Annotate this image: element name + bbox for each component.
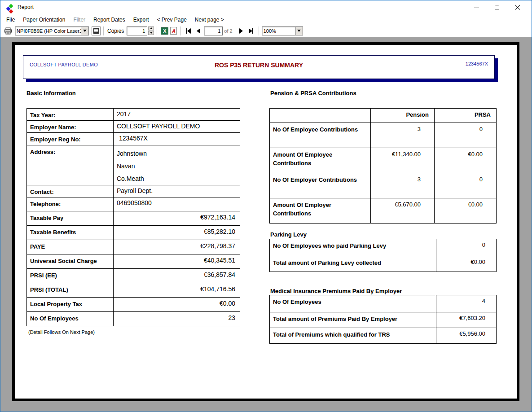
menu-item-next-page[interactable]: Next page >	[191, 17, 228, 23]
prsa-column-header: PRSA	[435, 109, 497, 123]
arrow-down-icon	[150, 32, 153, 34]
printer-properties-icon	[93, 28, 99, 34]
table-row: Local Property Tax€0.00	[27, 298, 240, 312]
table-row: No Of Employees 4	[270, 295, 497, 312]
table-row: PAYE€228,798.37	[27, 240, 240, 254]
pdf-icon-letter: A	[172, 28, 176, 34]
last-page-icon	[252, 28, 253, 34]
pension-prsa-table: Pension PRSA No Of Employee Contribution…	[269, 108, 497, 224]
printer-select-value: NPI0F0B9E (HP Color LaserJet	[15, 28, 81, 34]
table-row: Telephone:0469050800	[27, 197, 240, 211]
table-row: No Of Employee Contributions 3 0	[270, 123, 497, 148]
zoom-select-value: 100%	[262, 28, 295, 34]
medical-insurance-table: No Of Employees 4 Total amount of Premiu…	[269, 295, 497, 344]
medical-insurance-heading: Medical Insurance Premiums Paid By Emplo…	[270, 288, 402, 294]
printer-icon	[4, 27, 12, 35]
report-header-box: COLLSOFT PAYROLL DEMO ROS P35 RETURN SUM…	[23, 55, 495, 79]
copies-input[interactable]: 1	[127, 26, 147, 35]
next-page-button[interactable]	[236, 27, 246, 35]
table-row: Total amount of Parking Levy collected €…	[270, 256, 497, 272]
zoom-select[interactable]: 100%	[262, 26, 303, 35]
table-row: Employer Reg No:1234567X	[27, 133, 240, 145]
address-value: Johnstown Navan Co.Meath	[114, 145, 240, 185]
table-row: PRSI (EE)€36,857.84	[27, 269, 240, 283]
export-pdf-button[interactable]: A	[170, 27, 177, 35]
printer-properties-button[interactable]	[92, 26, 101, 35]
menu-item-paper-orientation[interactable]: Paper Orientation	[19, 17, 69, 23]
copies-up-button[interactable]	[148, 26, 154, 31]
maximize-button[interactable]	[487, 0, 507, 15]
close-button[interactable]	[507, 0, 528, 15]
toolbar-separator	[306, 26, 306, 35]
title-bar: Report	[0, 0, 532, 15]
page-count-label: of 2	[224, 28, 232, 34]
report-window: Report File Paper Orientation Filter Rep…	[0, 0, 532, 412]
detail-footnote: (Detail Follows On Next Page)	[28, 329, 95, 335]
copies-down-button[interactable]	[148, 31, 154, 35]
parking-levy-table: No Of Employees who paid Parking Levy 0 …	[269, 239, 497, 272]
table-row: Tax Year:2017	[27, 109, 240, 121]
table-row: Total of Premiums which qualified for TR…	[270, 328, 497, 344]
export-excel-button[interactable]: X	[161, 27, 168, 35]
table-row: No Of Employees23	[27, 312, 240, 326]
printer-select[interactable]: NPI0F0B9E (HP Color LaserJet	[15, 26, 89, 35]
toolbar: NPI0F0B9E (HP Color LaserJet Copies 1 X …	[0, 25, 532, 37]
page-number-input[interactable]: 1	[204, 26, 223, 35]
pension-prsa-heading: Pension & PRSA Contributions	[270, 90, 356, 96]
copies-label: Copies	[107, 28, 124, 34]
table-row: Total amount of Premiums Paid By Employe…	[270, 312, 497, 328]
first-page-icon	[187, 28, 191, 34]
menu-item-file[interactable]: File	[2, 17, 19, 23]
chevron-down-icon	[297, 30, 301, 32]
menu-bar: File Paper Orientation Filter Report Dat…	[0, 15, 532, 25]
minimize-icon	[474, 8, 479, 8]
menu-item-filter: Filter	[69, 17, 89, 23]
menu-item-export[interactable]: Export	[129, 17, 153, 23]
printer-select-dropdown[interactable]	[81, 27, 88, 35]
table-row: Employer Name:COLLSOFT PAYROLL DEMO	[27, 121, 240, 133]
table-row: No Of Employer Contributions 3 0	[270, 173, 497, 198]
table-row: Taxable Benefits€85,282.10	[27, 226, 240, 240]
parking-levy-heading: Parking Levy	[270, 231, 307, 238]
zoom-select-dropdown[interactable]	[295, 27, 303, 35]
maximize-icon	[495, 5, 499, 9]
preview-area: COLLSOFT PAYROLL DEMO ROS P35 RETURN SUM…	[0, 37, 532, 412]
toolbar-separator	[157, 26, 157, 35]
table-row: Amount Of Employer Contributions €5,670.…	[270, 198, 497, 224]
pension-column-header: Pension	[371, 109, 435, 123]
last-page-icon	[249, 28, 252, 34]
next-page-icon	[239, 28, 243, 34]
copies-stepper[interactable]: 1	[127, 26, 154, 35]
table-row: Contact:Payroll Dept.	[27, 185, 240, 197]
table-row: Address: Johnstown Navan Co.Meath	[27, 145, 240, 185]
pdf-icon: A	[170, 27, 177, 35]
first-page-button[interactable]	[184, 27, 193, 35]
report-page: COLLSOFT PAYROLL DEMO ROS P35 RETURN SUM…	[12, 42, 519, 401]
prev-page-button[interactable]	[193, 27, 203, 35]
arrow-up-icon	[150, 27, 153, 29]
prev-page-icon	[197, 28, 200, 34]
collsoft-app-icon	[6, 4, 14, 12]
table-row: No Of Employees who paid Parking Levy 0	[270, 239, 497, 256]
toolbar-separator	[180, 26, 181, 35]
menu-item-report-dates[interactable]: Report Dates	[89, 17, 129, 23]
report-title: ROS P35 RETURN SUMMARY	[23, 61, 494, 69]
table-row: Universal Social Charge€40,345.51	[27, 254, 240, 269]
basic-information-table: Tax Year:2017 Employer Name:COLLSOFT PAY…	[26, 108, 240, 326]
close-icon	[515, 5, 520, 10]
table-row: Pension PRSA	[270, 109, 497, 123]
employer-reg-no: 1234567X	[466, 61, 488, 66]
print-button[interactable]	[4, 27, 12, 35]
toolbar-separator	[103, 26, 104, 35]
table-row: Taxable Pay€972,163.14	[27, 211, 240, 226]
last-page-button[interactable]	[246, 27, 256, 35]
basic-information-heading: Basic Information	[26, 90, 76, 96]
menu-item-prev-page[interactable]: < Prev Page	[153, 17, 190, 23]
minimize-button[interactable]	[466, 0, 487, 15]
window-title: Report	[18, 4, 34, 10]
toolbar-separator	[259, 26, 259, 35]
excel-icon: X	[161, 27, 168, 35]
table-row: PRSI (TOTAL)€104,716.56	[27, 283, 240, 298]
table-row: Amount Of Employee Contributions €11,340…	[270, 148, 497, 173]
chevron-down-icon	[83, 30, 87, 32]
